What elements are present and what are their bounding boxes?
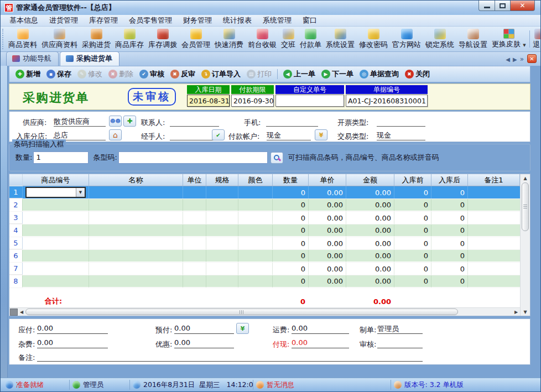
menu-系统管理[interactable]: 系统管理 — [257, 14, 297, 27]
toolbar-商品资料[interactable]: 商品资料 — [6, 27, 39, 51]
minimize-button[interactable] — [478, 1, 495, 11]
toolbar-快速消费[interactable]: 快速消费 — [212, 27, 246, 51]
toolbar-锁定系统[interactable]: 锁定系统 — [423, 27, 456, 51]
toolbar-退出[interactable]: 退出 — [531, 27, 540, 51]
scroll-right-icon[interactable]: ▶ — [512, 310, 520, 315]
invoice-type-field[interactable] — [377, 117, 425, 127]
grid-hscrollbar[interactable]: ◀ ▶ — [9, 307, 520, 316]
action-订单导入[interactable]: ↴订单导入 — [199, 67, 243, 81]
tab-close-button[interactable]: ✕ — [527, 54, 537, 63]
toolbar-更换皮肤[interactable]: 更换皮肤 ▼ — [490, 27, 528, 51]
doc-field-value[interactable]: A01-CJ-201608310001 — [346, 95, 428, 107]
qty-input[interactable]: 1 — [33, 151, 89, 164]
action-删除[interactable]: ✖删除 — [106, 67, 136, 81]
doc-field-value[interactable] — [275, 95, 344, 107]
scroll-left-icon[interactable]: ◀ — [18, 310, 25, 315]
grid-row-7[interactable]: 700.000.0000 — [9, 263, 520, 275]
grid-row-5[interactable]: 500.000.0000 — [9, 237, 520, 250]
doc-field-value[interactable]: 2016-08-31 — [187, 95, 230, 107]
grid-col-商品编号[interactable]: 商品编号 — [23, 174, 89, 186]
handler-select-button[interactable]: ✔ — [212, 129, 225, 140]
grid-row-6[interactable]: 600.000.0000 — [9, 250, 520, 263]
grid-col-名称[interactable]: 名称 — [89, 174, 183, 186]
grid-row-3[interactable]: 300.000.0000 — [9, 212, 520, 224]
action-上一单[interactable]: ◀上一单 — [280, 67, 318, 81]
toolbar-系统设置[interactable]: 系统设置 — [324, 27, 357, 51]
doc-field-value[interactable]: 2016-09-30 — [231, 95, 274, 107]
grid-col-单位[interactable]: 单位 — [183, 174, 206, 186]
toolbar-交班[interactable]: 交班 — [279, 27, 298, 51]
account-select-button[interactable]: ¥ — [315, 129, 327, 140]
menu-库存管理[interactable]: 库存管理 — [84, 14, 123, 27]
action-打印[interactable]: ▤打印 — [244, 67, 274, 81]
freight-value[interactable]: 0.00 — [292, 324, 349, 334]
tab-采购进货单[interactable]: 采购进货单 — [60, 51, 119, 66]
grid-col-入库前[interactable]: 入库前 — [394, 174, 431, 186]
menu-基本信息[interactable]: 基本信息 — [4, 14, 44, 27]
tab-scroll-right-icon[interactable]: ▶ — [513, 56, 517, 62]
close-button[interactable]: ✕ — [511, 1, 535, 11]
chevron-down-icon[interactable]: ▼ — [76, 188, 85, 197]
grid-col-金额[interactable]: 金额 — [346, 174, 394, 186]
remark-value[interactable] — [37, 352, 423, 362]
barcode-input[interactable] — [118, 151, 268, 164]
contact-field[interactable] — [170, 117, 219, 127]
supplier-add-button[interactable]: ✚ — [123, 116, 136, 127]
menu-财务管理[interactable]: 财务管理 — [178, 14, 217, 27]
toolbar-官方网站[interactable]: 官方网站 — [390, 27, 423, 51]
toolbar-修改密码[interactable]: 修改密码 — [357, 27, 390, 51]
action-修改[interactable]: ✎修改 — [75, 67, 105, 81]
menu-会员零售管理[interactable]: 会员零售管理 — [123, 14, 178, 27]
action-单据查询[interactable]: ◎单据查询 — [357, 67, 402, 81]
action-关闭[interactable]: ✖关闭 — [402, 67, 433, 81]
scroll-up-icon[interactable]: ▲ — [523, 174, 527, 182]
payable-value[interactable]: 0.00 — [37, 324, 108, 334]
toolbar-导航设置[interactable]: 导航设置 — [456, 27, 490, 51]
action-审核[interactable]: ✔审核 — [137, 67, 167, 81]
tab-more-icon[interactable]: » — [520, 55, 524, 63]
misc-value[interactable]: 0.00 — [37, 338, 108, 348]
tab-功能导航[interactable]: 功能导航 — [6, 51, 59, 66]
prepaid-value[interactable]: 0.00 — [174, 324, 234, 334]
grid-col-数量[interactable]: 数量 — [273, 174, 309, 186]
cash-value[interactable]: 0.00 — [292, 338, 349, 348]
action-保存[interactable]: ▪保存 — [44, 67, 74, 81]
grid-row-4[interactable]: 400.000.0000 — [9, 224, 520, 237]
grid-col-单价[interactable]: 单价 — [309, 174, 346, 186]
account-field[interactable]: 现金 — [267, 130, 311, 140]
store-select-button[interactable]: ⌂ — [109, 129, 122, 140]
toolbar-前台收银[interactable]: 前台收银 — [246, 27, 279, 51]
action-下一单[interactable]: ▶下一单 — [319, 67, 356, 81]
supplier-field[interactable]: 散货供应商 — [54, 117, 106, 127]
grid-col-规格[interactable]: 规格 — [206, 174, 238, 186]
trade-type-field[interactable]: 现金 — [377, 130, 425, 140]
grid-vscrollbar[interactable]: ▲ ▼ — [520, 174, 530, 316]
supplier-select-button[interactable]: ☻☻ — [109, 116, 122, 127]
action-反审[interactable]: ✖反审 — [168, 67, 198, 81]
grid-col-颜色[interactable]: 颜色 — [238, 174, 273, 186]
product-code-combo[interactable]: ▼ — [25, 187, 86, 198]
prepaid-button[interactable]: ¥ — [236, 323, 249, 334]
grid-row-2[interactable]: 200.000.0000 — [9, 199, 520, 212]
toolbar-采购进货[interactable]: 采购进货 — [80, 27, 113, 51]
menu-统计报表[interactable]: 统计报表 — [217, 14, 257, 27]
toolbar-商品库存[interactable]: 商品库存 — [113, 27, 146, 51]
left-splitter[interactable] — [1, 66, 8, 378]
grid-col-入库后[interactable]: 入库后 — [431, 174, 468, 186]
toolbar-会员管理[interactable]: 会员管理 — [179, 27, 212, 51]
grid-row-1[interactable]: 1▼00.000.0000 — [9, 186, 520, 199]
maximize-button[interactable] — [495, 1, 511, 11]
grid-row-8[interactable]: 800.000.0000 — [9, 275, 520, 288]
mobile-field[interactable] — [266, 117, 318, 127]
toolbar-库存调拨[interactable]: 库存调拨 — [146, 27, 179, 51]
barcode-search-button[interactable] — [270, 152, 283, 164]
tab-scroll-left-icon[interactable]: ◀ — [506, 56, 510, 62]
scroll-down-icon[interactable]: ▼ — [523, 308, 527, 316]
grid-col-备注1[interactable]: 备注1 — [468, 174, 520, 186]
action-新增[interactable]: ✚新增 — [13, 67, 43, 81]
menu-进货管理[interactable]: 进货管理 — [44, 14, 84, 27]
toolbar-付款单[interactable]: 付款单 — [298, 27, 324, 51]
discount-value[interactable]: 0.00 — [174, 338, 234, 348]
toolbar-供应商资料[interactable]: 供应商资料 — [39, 27, 80, 51]
menu-窗口[interactable]: 窗口 — [297, 14, 322, 27]
